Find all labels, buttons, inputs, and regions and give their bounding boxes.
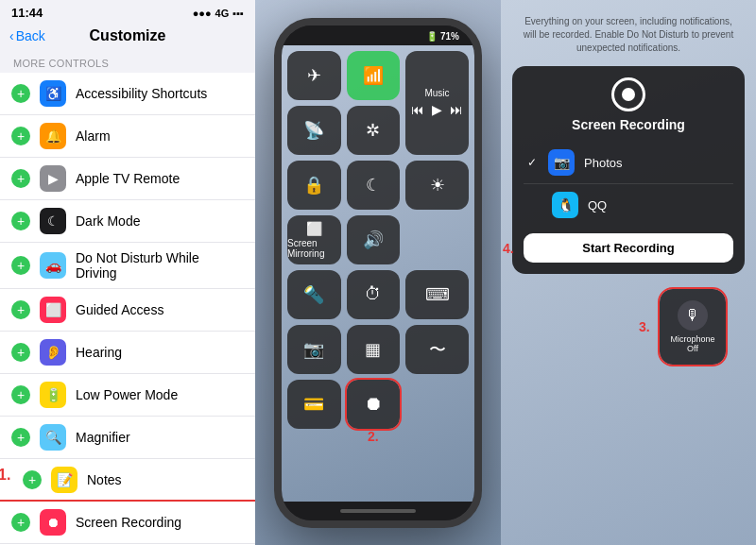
music-tile[interactable]: Music ⏮▶⏭ (405, 51, 469, 155)
list-item-low-power[interactable]: + 🔋 Low Power Mode (0, 374, 255, 417)
screen-mirror-tile[interactable]: ⬜ Screen Mirroring (287, 215, 341, 264)
list-item-hearing[interactable]: + 👂 Hearing (0, 332, 255, 374)
photos-option-icon: 📷 (548, 149, 575, 176)
chevron-left-icon: ‹ (9, 28, 14, 43)
bluetooth-tile[interactable]: ✲ (347, 106, 401, 155)
voice-tile[interactable]: 〜 (405, 325, 469, 374)
record-dot (622, 88, 635, 101)
screen-recording-popup: Screen Recording ✓ 📷 Photos 🐧 QQ 4. Star… (512, 66, 745, 274)
add-icon: + (11, 169, 30, 188)
apple-tv-icon: ▶ (40, 165, 66, 192)
qq-option-label: QQ (588, 198, 607, 213)
qq-option-icon: 🐧 (552, 192, 578, 218)
right-panel: Everything on your screen, including not… (501, 0, 756, 545)
list-item-notes[interactable]: 1. + 📝 Notes (0, 459, 255, 502)
add-icon: + (11, 343, 30, 362)
info-text: Everything on your screen, including not… (512, 15, 745, 59)
low-power-label: Low Power Mode (76, 387, 178, 402)
moon-tile[interactable]: ☾ (347, 161, 401, 210)
screen-mirror-label: Screen Mirroring (287, 238, 341, 259)
notes-label: Notes (87, 472, 122, 487)
annotation-4: 4. (503, 241, 514, 256)
magnifier-icon: 🔍 (40, 424, 66, 451)
cellular-tile[interactable]: 📡 (287, 106, 341, 155)
qr-tile[interactable]: ▦ (347, 325, 401, 374)
add-icon: + (11, 300, 30, 319)
alarm-label: Alarm (76, 128, 111, 144)
record-icon (611, 77, 645, 111)
lock-tile[interactable]: 🔒 (287, 161, 341, 210)
status-icons: ●●● 4G ▪▪▪ (193, 8, 244, 19)
list-item-guided-access[interactable]: + ⬜ Guided Access (0, 289, 255, 332)
timer-tile[interactable]: ⏱ (347, 270, 401, 319)
screen-rec-tile[interactable]: ⏺ 2. (347, 380, 401, 429)
list-item-magnifier[interactable]: + 🔍 Magnifier (0, 417, 255, 459)
list-item-accessibility[interactable]: + ♿ Accessibility Shortcuts (0, 73, 255, 115)
microphone-icon: 🎙 (678, 300, 708, 331)
middle-panel: 🔋 71% ✈ 📶 Music ⏮▶⏭ 📡 ✲ 🔒 ☾ ☀ (255, 0, 501, 545)
dnd-driving-icon: 🚗 (40, 252, 66, 279)
guided-access-label: Guided Access (76, 302, 163, 317)
alarm-icon: 🔔 (40, 123, 66, 149)
screen-recording-icon: ⏺ (40, 509, 66, 536)
home-indicator (340, 509, 416, 513)
annotation-1: 1. (0, 467, 10, 484)
magnifier-label: Magnifier (76, 430, 130, 445)
apple-tv-label: Apple TV Remote (76, 171, 180, 186)
calculator-tile[interactable]: ⌨ (405, 270, 469, 319)
list-item-alarm[interactable]: + 🔔 Alarm (0, 115, 255, 158)
add-icon: + (11, 513, 30, 532)
add-icon: + (11, 385, 30, 404)
accessibility-icon: ♿ (40, 80, 66, 107)
airplane-tile[interactable]: ✈ (287, 51, 341, 100)
add-icon: + (11, 84, 30, 103)
control-center-grid: ✈ 📶 Music ⏮▶⏭ 📡 ✲ 🔒 ☾ ☀ ⬜ Screen Mirrori… (282, 45, 474, 502)
add-icon: + (11, 256, 30, 275)
controls-list: + ♿ Accessibility Shortcuts + 🔔 Alarm + … (0, 73, 255, 545)
home-bar (282, 502, 474, 520)
brightness-tile[interactable]: ☀ (405, 161, 469, 210)
battery-icon: ▪▪▪ (232, 8, 244, 19)
music-label: Music (424, 88, 449, 98)
wallet-tile[interactable]: 💳 (287, 380, 341, 429)
popup-option-qq[interactable]: 🐧 QQ (524, 184, 733, 226)
add-icon: + (11, 212, 30, 230)
status-bar: 11:44 ●●● 4G ▪▪▪ (0, 0, 255, 24)
status-time: 11:44 (11, 6, 43, 20)
section-header: MORE CONTROLS (0, 50, 255, 73)
list-item-screen-recording[interactable]: + ⏺ Screen Recording (0, 502, 255, 544)
network-icon: 4G (215, 8, 230, 19)
nav-bar: ‹ Back Customize (0, 24, 255, 50)
iphone-status-bar: 🔋 71% (282, 26, 474, 45)
checkmark-icon: ✓ (527, 156, 537, 169)
back-button[interactable]: ‹ Back (9, 28, 45, 43)
camera-tile[interactable]: 📷 (287, 325, 341, 374)
low-power-icon: 🔋 (40, 382, 66, 408)
list-item-dnd-driving[interactable]: + 🚗 Do Not Disturb While Driving (0, 243, 255, 289)
add-icon: + (11, 428, 30, 447)
dark-mode-icon: ☾ (40, 208, 66, 234)
volume-tile[interactable]: 🔊 (347, 215, 401, 264)
popup-header: Screen Recording (524, 77, 733, 132)
guided-access-icon: ⬜ (40, 297, 66, 323)
wifi-tile[interactable]: 📶 (347, 51, 401, 100)
start-recording-label: Start Recording (582, 241, 675, 255)
screen-rec-icon: ⏺ (364, 393, 383, 415)
screen-recording-label: Screen Recording (76, 515, 181, 530)
hearing-label: Hearing (76, 345, 122, 360)
list-item-dark-mode[interactable]: + ☾ Dark Mode (0, 200, 255, 243)
list-item-apple-tv[interactable]: + ▶ Apple TV Remote (0, 158, 255, 200)
back-label[interactable]: Back (16, 28, 45, 43)
dark-mode-label: Dark Mode (76, 213, 140, 229)
annotation-2: 2. (368, 429, 379, 444)
hearing-icon: 👂 (40, 339, 66, 366)
popup-option-photos[interactable]: ✓ 📷 Photos (524, 142, 733, 184)
add-icon: + (11, 127, 30, 145)
microphone-button[interactable]: 3. 🎙 MicrophoneOff (660, 289, 726, 365)
music-controls: ⏮▶⏭ (411, 102, 463, 117)
flashlight-tile[interactable]: 🔦 (287, 270, 341, 319)
left-panel: 11:44 ●●● 4G ▪▪▪ ‹ Back Customize MORE C… (0, 0, 255, 545)
annotation-3: 3. (639, 319, 650, 334)
popup-title: Screen Recording (572, 117, 685, 132)
start-recording-button[interactable]: 4. Start Recording (524, 233, 733, 263)
